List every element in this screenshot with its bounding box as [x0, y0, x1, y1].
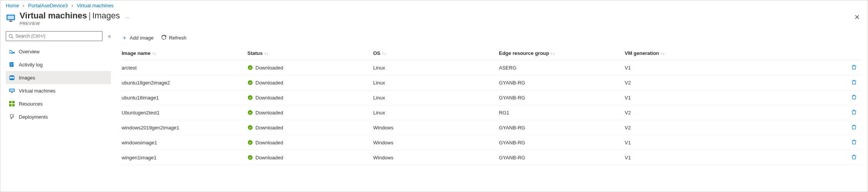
svg-rect-14 [11, 92, 13, 93]
svg-point-25 [248, 155, 252, 160]
svg-point-21 [248, 95, 252, 100]
column-header-rg[interactable]: Edge resource group↑↓ [499, 47, 625, 60]
cell-rg: GYANB-RG [499, 90, 625, 105]
success-icon [248, 125, 253, 130]
search-input-wrapper[interactable] [6, 31, 102, 41]
delete-button[interactable] [851, 139, 857, 145]
svg-line-5 [12, 37, 13, 38]
cell-name: ubuntu18gen2image2 [122, 75, 248, 90]
svg-point-22 [248, 110, 252, 115]
sidebar-item-label: Activity log [19, 62, 43, 68]
search-icon [8, 34, 13, 39]
sidebar-item-label: Deployments [19, 114, 48, 120]
chevron-right-icon: › [23, 3, 24, 8]
cell-rg: RG1 [499, 105, 625, 120]
success-icon [248, 110, 253, 115]
cell-os: Linux [373, 90, 499, 105]
cell-os: Linux [373, 105, 499, 120]
preview-label: PREVIEW [20, 21, 120, 26]
cell-gen: V2 [625, 105, 839, 120]
column-header-status[interactable]: Status↑↓ [248, 47, 373, 60]
sidebar-item-images[interactable]: Images [6, 71, 111, 84]
sidebar-item-label: Resources [19, 101, 43, 107]
cell-status: Downloaded [248, 75, 373, 90]
plus-icon: ＋ [122, 34, 127, 41]
column-header-gen[interactable]: VM generation↑↓ [625, 47, 839, 60]
collapse-sidebar-button[interactable]: « [108, 33, 111, 39]
table-row[interactable]: wingen1image1DownloadedWindowsGYANB-RGV1 [122, 150, 861, 165]
svg-rect-17 [9, 104, 12, 106]
resources-icon [9, 101, 15, 107]
breadcrumb-link[interactable]: Virtual machines [77, 3, 114, 8]
images-icon [9, 74, 15, 81]
svg-rect-9 [10, 66, 12, 66]
svg-point-20 [248, 80, 252, 85]
cell-status: Downloaded [248, 105, 373, 120]
vm-icon [6, 13, 16, 23]
delete-button[interactable] [851, 79, 857, 85]
chevron-right-icon: › [71, 3, 73, 8]
table-row[interactable]: arctestDownloadedLinuxASERGV1 [122, 60, 861, 75]
sidebar-item-virtual-machines[interactable]: Virtual machines [6, 84, 111, 97]
close-button[interactable]: ✕ [854, 13, 860, 22]
overview-icon [9, 48, 15, 55]
cell-name: windowsimage1 [122, 135, 248, 150]
search-input[interactable] [15, 33, 100, 39]
svg-point-11 [10, 78, 14, 80]
sidebar-item-label: Overview [19, 49, 40, 55]
svg-point-19 [248, 65, 252, 70]
sort-icon: ↑↓ [264, 51, 268, 56]
sort-icon: ↑↓ [661, 51, 665, 56]
vm-icon [9, 88, 15, 94]
sort-icon: ↑↓ [382, 51, 386, 56]
cell-gen: V1 [625, 60, 839, 75]
cell-rg: ASERG [499, 60, 625, 75]
main-content: ＋ Add image Refresh Image name↑↓ Status↑… [116, 30, 868, 190]
delete-button[interactable] [851, 154, 857, 160]
success-icon [248, 80, 253, 85]
svg-rect-18 [12, 104, 15, 106]
delete-button[interactable] [851, 109, 857, 115]
sidebar-item-overview[interactable]: Overview [6, 45, 111, 58]
table-row[interactable]: ubuntu18gen2image2DownloadedLinuxGYANB-R… [122, 75, 861, 90]
refresh-button[interactable]: Refresh [161, 35, 186, 41]
table-row[interactable]: windows2019gen2image1DownloadedWindowsGY… [122, 120, 861, 135]
cell-os: Linux [373, 60, 499, 75]
cell-status: Downloaded [248, 120, 373, 135]
delete-button[interactable] [851, 94, 857, 100]
svg-rect-2 [9, 21, 13, 22]
toolbar: ＋ Add image Refresh [122, 31, 861, 44]
sort-icon: ↑↓ [152, 51, 156, 56]
cell-name: ubuntu18image1 [122, 90, 248, 105]
table-row[interactable]: windowsimage1DownloadedWindowsGYANB-RGV1 [122, 135, 861, 150]
cell-os: Windows [373, 150, 499, 165]
cell-rg: GYANB-RG [499, 135, 625, 150]
cell-os: Windows [373, 120, 499, 135]
sidebar-item-deployments[interactable]: Deployments [6, 110, 111, 123]
breadcrumb-link[interactable]: PortalAseDevice3 [28, 3, 68, 8]
log-icon [9, 61, 15, 68]
deployments-icon [9, 114, 15, 120]
more-button[interactable]: ··· [125, 15, 130, 20]
cell-status: Downloaded [248, 135, 373, 150]
cell-gen: V2 [625, 120, 839, 135]
breadcrumb: Home › PortalAseDevice3 › Virtual machin… [0, 0, 868, 10]
cell-name: wingen1image1 [122, 150, 248, 165]
sidebar-item-resources[interactable]: Resources [6, 97, 111, 110]
sidebar: « OverviewActivity logImagesVirtual mach… [0, 30, 116, 190]
table-row[interactable]: ubuntu18image1DownloadedLinuxGYANB-RGV1 [122, 90, 861, 105]
column-header-os[interactable]: OS↑↓ [373, 47, 499, 60]
delete-button[interactable] [851, 124, 857, 130]
table-row[interactable]: Ubuntugen2test1DownloadedLinuxRG1V2 [122, 105, 861, 120]
cell-rg: GYANB-RG [499, 75, 625, 90]
breadcrumb-link[interactable]: Home [6, 3, 19, 8]
cell-rg: GYANB-RG [499, 150, 625, 165]
sidebar-item-activity-log[interactable]: Activity log [6, 58, 111, 71]
add-image-button[interactable]: ＋ Add image [122, 34, 153, 41]
cell-gen: V1 [625, 90, 839, 105]
success-icon [248, 155, 253, 160]
column-header-name[interactable]: Image name↑↓ [122, 47, 248, 60]
delete-button[interactable] [851, 64, 857, 70]
cell-gen: V1 [625, 135, 839, 150]
svg-rect-1 [7, 16, 14, 20]
